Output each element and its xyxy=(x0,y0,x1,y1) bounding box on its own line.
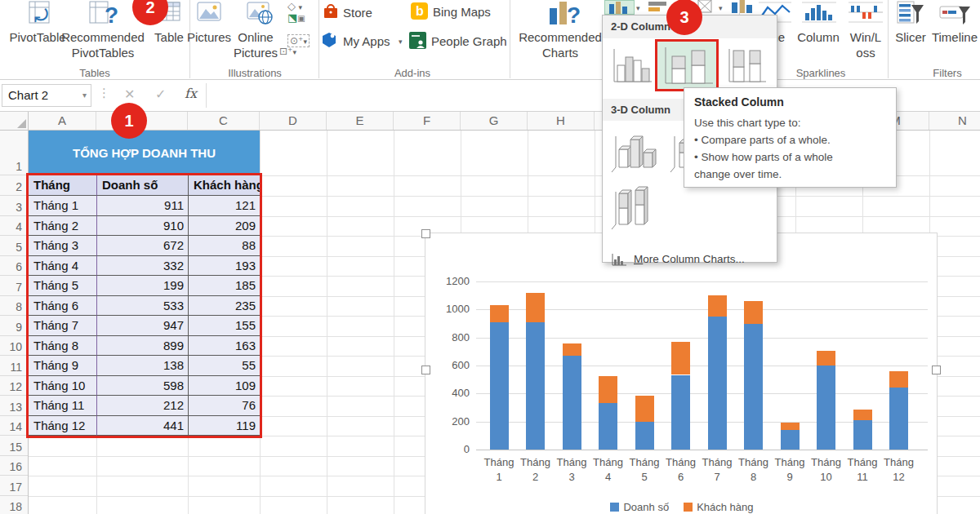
column-header-E[interactable]: E xyxy=(327,112,394,130)
shapes-icon[interactable]: ◇ ▾ xyxy=(287,0,302,12)
row-header-11[interactable]: 11 xyxy=(0,356,28,376)
y-axis-tick-label: 400 xyxy=(432,387,470,400)
row-header-10[interactable]: 10 xyxy=(0,336,28,357)
y-axis-tick-label: 1000 xyxy=(432,303,470,316)
bar-segment-Doanh số[interactable] xyxy=(635,422,654,450)
sparkline-winloss-button[interactable]: Win/Loss xyxy=(846,0,885,65)
more-column-charts-item[interactable]: More Column Charts... xyxy=(603,250,777,270)
column-header-H[interactable]: H xyxy=(528,112,595,130)
gallery-item-100-stacked-column[interactable] xyxy=(725,46,768,86)
legend-item[interactable]: Khách hàng xyxy=(684,501,753,513)
my-apps-button[interactable]: My Apps ▾ xyxy=(320,31,405,52)
pictures-icon xyxy=(197,2,221,23)
row-header-14[interactable]: 14 xyxy=(0,416,28,436)
bar-segment-Doanh số[interactable] xyxy=(781,430,800,450)
bar-segment-Khách hàng[interactable] xyxy=(744,301,763,324)
row-header-7[interactable]: 7 xyxy=(0,276,28,296)
row-header-6[interactable]: 6 xyxy=(0,256,28,277)
cancel-button[interactable]: ✕ xyxy=(124,86,135,102)
smartart-icon[interactable]: ⬔▣ xyxy=(287,11,305,24)
insert-column-chart-button[interactable] xyxy=(604,0,635,15)
tooltip-bullet-2-cont: change over time. xyxy=(694,166,886,183)
gallery-item-clustered-column[interactable] xyxy=(609,46,655,86)
online-pictures-button[interactable]: Online Pictures ⊡⁺▾ xyxy=(234,0,284,65)
bar-segment-Doanh số[interactable] xyxy=(889,388,908,450)
store-button[interactable]: Store xyxy=(322,2,395,23)
bar-segment-Khách hàng[interactable] xyxy=(526,293,545,322)
row-header-17[interactable]: 17 xyxy=(0,476,28,496)
column-header-F[interactable]: F xyxy=(394,112,461,130)
chart-object[interactable]: 020040060080010001200Tháng1Tháng2Tháng3T… xyxy=(425,233,938,514)
row-header-4[interactable]: 4 xyxy=(0,216,28,237)
recommended-charts-button[interactable]: ? Recommended Charts xyxy=(513,0,608,65)
store-icon xyxy=(322,2,340,21)
bar-segment-Khách hàng[interactable] xyxy=(708,295,727,317)
column-chart-caret-icon[interactable]: ▾ xyxy=(636,4,640,12)
bar-segment-Doanh số[interactable] xyxy=(599,403,617,450)
bar-segment-Doanh số[interactable] xyxy=(744,324,763,450)
insert-combo-chart-button[interactable] xyxy=(729,0,754,15)
row-header-5[interactable]: 5 xyxy=(0,236,28,256)
timeline-button[interactable]: Timeline xyxy=(931,0,978,65)
column-header-G[interactable]: G xyxy=(461,112,528,130)
bar-segment-Doanh số[interactable] xyxy=(708,317,727,450)
row-header-16[interactable]: 16 xyxy=(0,456,28,476)
gallery-item-3d-100-stacked-column[interactable] xyxy=(609,182,660,233)
sparkline-column-button[interactable]: Column xyxy=(795,0,841,65)
row-header-13[interactable]: 13 xyxy=(0,396,28,416)
row-header-3[interactable]: 3 xyxy=(0,196,28,216)
bing-maps-label: Bing Maps xyxy=(433,4,491,20)
my-apps-caret-icon[interactable]: ▾ xyxy=(399,38,403,46)
screenshot-icon[interactable]: ⊙⁺▾ xyxy=(287,34,310,47)
chart-handle-top-left[interactable] xyxy=(421,229,430,238)
chart-legend[interactable]: Doanh sốKhách hàng xyxy=(425,499,938,514)
column-header-N[interactable]: N xyxy=(929,112,980,130)
bar-segment-Khách hàng[interactable] xyxy=(853,410,872,420)
namebox-drag-dots-icon[interactable]: ⋮ xyxy=(98,86,110,100)
bar-segment-Khách hàng[interactable] xyxy=(671,342,690,374)
chart-handle-mid-right[interactable] xyxy=(932,366,941,374)
bar-segment-Khách hàng[interactable] xyxy=(889,371,908,388)
pie-chart-caret-icon[interactable]: ▾ xyxy=(719,4,723,12)
row-header-2[interactable]: 2 xyxy=(0,175,28,196)
legend-item[interactable]: Doanh số xyxy=(610,501,669,513)
bar-segment-Khách hàng[interactable] xyxy=(781,423,800,430)
chart-handle-mid-left[interactable] xyxy=(421,366,430,374)
bar-segment-Doanh số[interactable] xyxy=(671,375,690,450)
column-header-A[interactable]: A xyxy=(29,112,96,130)
sparkline-column-icon xyxy=(801,2,837,23)
bar-segment-Khách hàng[interactable] xyxy=(635,396,654,422)
name-box[interactable]: Chart 2 ▾ xyxy=(2,84,91,107)
bar-segment-Khách hàng[interactable] xyxy=(563,343,581,356)
camera-plus-icon[interactable]: ⊡⁺▾ xyxy=(279,46,296,57)
bar-segment-Khách hàng[interactable] xyxy=(490,305,509,322)
column-header-C[interactable]: C xyxy=(188,112,260,130)
row-header-18[interactable]: 18 xyxy=(0,496,28,514)
row-header-1[interactable]: 1 xyxy=(0,131,28,175)
group-separator xyxy=(510,0,510,78)
row-header-15[interactable]: 15 xyxy=(0,436,28,456)
insert-function-button[interactable]: fx xyxy=(185,86,197,101)
gallery-item-stacked-column[interactable] xyxy=(655,39,719,91)
table-label: Table xyxy=(150,29,188,45)
tooltip-intro: Use this chart type to: xyxy=(694,114,886,131)
row-header-9[interactable]: 9 xyxy=(0,316,28,336)
bar-segment-Khách hàng[interactable] xyxy=(599,376,617,403)
name-box-caret-icon[interactable]: ▾ xyxy=(82,85,87,106)
column-header-D[interactable]: D xyxy=(260,112,327,130)
bar-segment-Khách hàng[interactable] xyxy=(817,351,835,366)
enter-button[interactable]: ✓ xyxy=(155,86,166,102)
bing-maps-button[interactable]: b Bing Maps xyxy=(410,2,516,23)
bar-segment-Doanh số[interactable] xyxy=(853,420,872,450)
bar-segment-Doanh số[interactable] xyxy=(526,322,545,450)
row-header-12[interactable]: 12 xyxy=(0,376,28,397)
y-axis-tick-label: 600 xyxy=(432,359,470,372)
slicer-button[interactable]: Slicer xyxy=(892,0,929,65)
sparkline-column-label: Column xyxy=(795,29,841,45)
bar-segment-Doanh số[interactable] xyxy=(490,322,509,450)
row-header-8[interactable]: 8 xyxy=(0,296,28,317)
bar-segment-Doanh số[interactable] xyxy=(817,366,835,450)
gallery-item-3d-clustered-column[interactable] xyxy=(609,125,660,175)
bar-segment-Doanh số[interactable] xyxy=(563,356,581,450)
pictures-button[interactable]: Pictures xyxy=(186,0,232,65)
